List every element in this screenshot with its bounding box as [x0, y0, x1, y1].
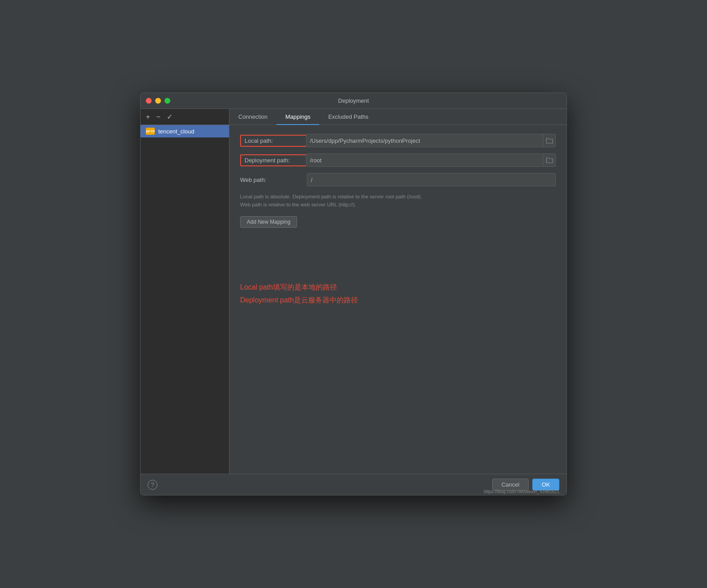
watermark-text: https://blog.csdn.net/weixin_43981621: [484, 489, 559, 494]
deployment-path-input-wrapper: [306, 153, 556, 167]
annotation: Local path填写的是本地的路径 Deployment path是云服务器…: [240, 281, 556, 307]
local-path-input[interactable]: [306, 134, 543, 147]
tab-excluded-paths[interactable]: Excluded Paths: [319, 109, 377, 125]
sidebar-toolbar: + − ✓: [141, 109, 229, 125]
window-title: Deployment: [338, 97, 369, 104]
hint-text: Local path is absolute. Deployment path …: [240, 193, 556, 209]
tab-bar: Connection Mappings Excluded Paths: [229, 109, 566, 125]
web-path-row: Web path:: [240, 173, 556, 186]
confirm-button[interactable]: ✓: [166, 113, 173, 121]
sidebar-item-tencent-cloud[interactable]: SFTP tencent_cloud: [141, 125, 229, 137]
deployment-path-input[interactable]: [306, 154, 543, 166]
titlebar: Deployment: [141, 93, 566, 109]
sidebar: + − ✓ SFTP tencent_cloud: [141, 109, 229, 474]
deployment-dialog: Deployment + − ✓ SFTP tencent_cloud Conn…: [140, 93, 567, 495]
maximize-button[interactable]: [165, 98, 170, 104]
deployment-path-row: Deployment path:: [240, 153, 556, 167]
tab-mappings[interactable]: Mappings: [277, 109, 319, 125]
panel-content: Local path: Deployment path:: [229, 125, 566, 474]
main-content: + − ✓ SFTP tencent_cloud Connection Mapp…: [141, 109, 566, 474]
hint-line1: Local path is absolute. Deployment path …: [240, 193, 556, 201]
tab-connection[interactable]: Connection: [229, 109, 277, 125]
local-path-input-wrapper: [306, 134, 556, 147]
minimize-button[interactable]: [155, 98, 161, 104]
add-server-button[interactable]: +: [145, 113, 151, 121]
footer: ? Cancel OK https://blog.csdn.net/weixin…: [141, 474, 566, 495]
server-name-label: tencent_cloud: [158, 128, 194, 135]
deployment-path-label: Deployment path:: [240, 154, 307, 166]
close-button[interactable]: [146, 98, 152, 104]
add-new-mapping-button[interactable]: Add New Mapping: [240, 216, 297, 228]
sftp-icon: SFTP: [146, 128, 155, 135]
ok-button[interactable]: OK: [532, 479, 559, 491]
folder-icon: [546, 137, 553, 144]
local-path-label: Local path:: [240, 135, 307, 147]
window-controls: [146, 98, 170, 104]
annotation-line2: Deployment path是云服务器中的路径: [240, 294, 556, 307]
folder-icon: [546, 157, 553, 163]
web-path-input[interactable]: [307, 173, 555, 186]
remove-server-button[interactable]: −: [155, 113, 161, 121]
annotation-line1: Local path填写的是本地的路径: [240, 281, 556, 294]
web-path-label: Web path:: [240, 177, 307, 183]
cancel-button[interactable]: Cancel: [492, 479, 529, 491]
deployment-path-folder-button[interactable]: [543, 154, 555, 166]
web-path-input-wrapper: [307, 173, 556, 186]
local-path-folder-button[interactable]: [543, 134, 555, 147]
main-panel: Connection Mappings Excluded Paths Local…: [229, 109, 566, 474]
local-path-row: Local path:: [240, 134, 556, 147]
help-button[interactable]: ?: [148, 480, 157, 490]
hint-line2: Web path is relative to the web server U…: [240, 201, 556, 209]
